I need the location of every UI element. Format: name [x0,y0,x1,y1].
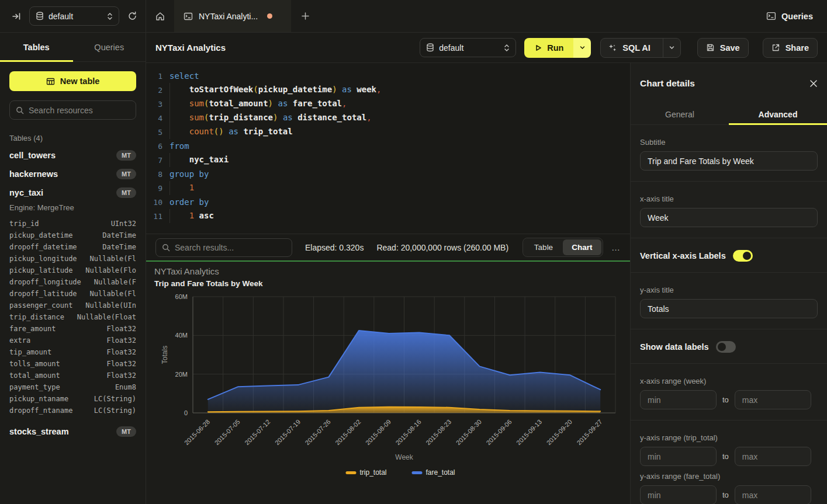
column-type: DateTime [102,243,136,251]
line-number: 5 [146,128,162,137]
run-options-button[interactable] [573,38,591,58]
x-range-max-field[interactable] [735,390,811,409]
table-row-cell_towers[interactable]: cell_towersMT [0,146,146,165]
code-content: sum(trip_distance) as distance_total, [169,111,372,125]
chart-details-header: Chart details [631,63,827,104]
subtitle-field-label: Subtitle [640,138,818,147]
database-selector-value: default [49,12,102,21]
svg-text:Week: Week [395,453,413,461]
line-number: 10 [146,198,162,207]
y-axis-title-field[interactable] [640,299,818,318]
vertical-labels-toggle[interactable] [733,250,753,262]
tab-nytaxi-analytics[interactable]: NYTaxi Analyti... [174,0,291,32]
database-selector[interactable]: default [29,6,119,26]
code-line-6: 6from [146,139,630,153]
resource-search-input[interactable] [29,106,134,115]
refresh-icon[interactable] [127,11,137,21]
x-axis-title-label: x-axis title [640,194,818,203]
save-button-label: Save [720,43,740,53]
header-database-selector[interactable]: default [420,38,516,57]
view-toggle-chart[interactable]: Chart [563,239,601,255]
queries-button[interactable]: Queries [766,11,813,21]
table-row-stocks_stream[interactable]: stocks_streamMT [0,422,146,441]
code-content: 1 asc [169,209,214,223]
more-options-button[interactable]: … [611,242,621,252]
collapse-sidebar-icon[interactable] [12,12,21,21]
area-chart[interactable]: 020M40M60M2015-06-282015-07-052015-07-12… [146,290,630,503]
column-name: extra [9,336,30,345]
divider [631,420,827,420]
tab-title: NYTaxi Analyti... [199,12,258,21]
save-icon [706,43,715,52]
sidebar-tab-tables[interactable]: Tables [0,33,73,61]
share-button[interactable]: Share [763,38,818,58]
x-axis-title-field[interactable] [640,208,818,227]
data-labels-toggle[interactable] [716,341,736,353]
column-row: tolls_amountFloat32 [9,358,136,370]
svg-text:20M: 20M [175,371,188,378]
column-name: trip_distance [9,313,64,321]
code-content: nyc_taxi [169,153,229,167]
unsaved-dot [267,13,272,19]
save-button[interactable]: Save [697,38,749,58]
code-line-4: 4sum(trip_distance) as distance_total, [146,111,630,125]
tab-advanced[interactable]: Advanced [729,104,827,124]
svg-text:2015-07-05: 2015-07-05 [213,418,241,446]
svg-text:Totals: Totals [161,346,169,364]
y-range-trip-min-field[interactable] [640,447,717,466]
close-icon[interactable] [809,79,818,88]
legend-label-fare_total: fare_total [426,468,455,477]
subtitle-field[interactable] [640,151,818,171]
x-range-min-field[interactable] [640,390,717,409]
tab-general[interactable]: General [631,104,729,124]
column-name: dropoff_latitude [9,290,77,298]
table-row-nyc_taxi[interactable]: nyc_taxiMT [0,183,146,202]
new-table-button[interactable]: New table [9,71,136,91]
vertical-labels-label: Vertical x-axis Labels [640,251,726,260]
new-tab-button[interactable] [291,0,319,32]
sql-editor[interactable]: 1select2toStartOfWeek(pickup_datetime) a… [146,63,630,234]
column-type: Float32 [106,371,136,380]
database-icon [426,43,434,52]
data-labels-label: Show data labels [640,342,709,352]
y-range-fare-min-field[interactable] [640,485,717,504]
column-name: dropoff_longitude [9,278,81,286]
column-row: dropoff_datetimeDateTime [9,241,136,253]
table-name: stocks_stream [9,427,69,436]
column-name: tolls_amount [9,360,60,368]
view-toggle-table[interactable]: Table [524,239,563,255]
home-button[interactable] [146,0,174,32]
vertical-labels-row: Vertical x-axis Labels [640,250,818,262]
column-name: dropoff_ntaname [9,406,72,415]
y-range-trip-row: to [640,447,818,466]
code-content: toStartOfWeek(pickup_datetime) as week, [169,83,381,97]
line-number: 9 [146,184,162,193]
search-icon [16,106,24,114]
column-name: pickup_latitude [9,266,72,274]
column-type: LC(String) [94,406,136,415]
column-name: fare_amount [9,325,56,333]
column-row: pickup_latitudeNullable(Flo [9,265,136,276]
svg-text:2015-06-28: 2015-06-28 [183,418,211,446]
code-line-8: 8group by [146,167,630,181]
y-range-trip-max-field[interactable] [735,447,811,466]
column-row: fare_amountFloat32 [9,323,136,335]
run-button[interactable]: Run [524,38,573,58]
sql-ai-options-button[interactable] [663,39,680,57]
table-row-hackernews[interactable]: hackernewsMT [0,165,146,183]
column-type: Float32 [106,360,136,368]
column-type: DateTime [102,231,136,239]
line-number: 11 [146,212,162,221]
y-range-fare-max-field[interactable] [735,485,811,504]
chart-details-title: Chart details [640,78,695,89]
column-row: extraFloat32 [9,335,136,346]
table-list: cell_towersMThackernewsMTnyc_taxiMTEngin… [0,146,146,441]
sidebar: Tables Queries New table Tables (4) cell… [0,33,146,504]
code-line-2: 2toStartOfWeek(pickup_datetime) as week, [146,83,630,97]
column-type: Nullable(UIn [85,301,136,310]
svg-text:2015-07-12: 2015-07-12 [243,418,271,446]
sidebar-tab-queries[interactable]: Queries [73,33,146,61]
column-type: Enum8 [115,383,136,391]
results-search-input[interactable] [175,243,286,252]
sql-ai-button[interactable]: SQL AI [601,39,658,57]
